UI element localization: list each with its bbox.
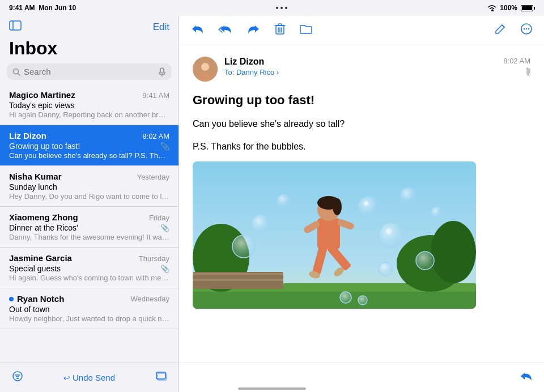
email-subject: Growing up too fast! bbox=[193, 93, 530, 108]
stack-icon[interactable] bbox=[155, 370, 167, 385]
mail-time: 8:02 AM bbox=[142, 132, 169, 140]
svg-point-41 bbox=[333, 198, 342, 215]
svg-point-26 bbox=[201, 63, 209, 71]
sidebar-footer: ↩ Undo Send bbox=[0, 363, 178, 392]
svg-rect-37 bbox=[193, 279, 283, 281]
status-center bbox=[276, 7, 287, 9]
mail-list-item[interactable]: Xiaomeng Zhong Friday Dinner at the Rico… bbox=[0, 207, 178, 248]
email-body-line-2: P.S. Thanks for the bubbles. bbox=[193, 139, 530, 154]
email-header: Liz Dizon To: Danny Rico › 8:02 AM bbox=[193, 57, 530, 82]
svg-point-48 bbox=[358, 197, 379, 217]
svg-line-3 bbox=[18, 73, 20, 75]
search-icon bbox=[12, 68, 20, 76]
svg-rect-38 bbox=[317, 218, 340, 249]
mail-subject: Out of town bbox=[9, 305, 50, 314]
mail-preview: Can you believe she's already so tall? P… bbox=[9, 151, 169, 160]
email-toolbar bbox=[179, 16, 544, 45]
email-attachment-image bbox=[193, 161, 476, 309]
status-right: 100% bbox=[487, 4, 535, 12]
email-meta-right: 8:02 AM bbox=[503, 57, 530, 76]
sidebar: Edit Inbox Magico Martinez bbox=[0, 16, 179, 392]
mail-list-item[interactable]: Magico Martinez 9:41 AM Today's epic vie… bbox=[0, 84, 178, 125]
toolbar-right-group bbox=[494, 23, 533, 38]
home-indicator bbox=[238, 387, 306, 390]
mail-list-item[interactable]: Liz Dizon 8:02 AM Growing up too fast! 📎… bbox=[0, 125, 178, 166]
email-to: To: Danny Rico › bbox=[224, 68, 496, 76]
svg-point-55 bbox=[379, 262, 392, 276]
compose-icon[interactable] bbox=[494, 23, 507, 38]
mail-list: Magico Martinez 9:41 AM Today's epic vie… bbox=[0, 84, 178, 363]
reply-all-icon[interactable] bbox=[218, 23, 233, 37]
mail-time: Yesterday bbox=[137, 173, 169, 181]
attachment-indicator-icon bbox=[524, 67, 530, 76]
attachment-icon: 📎 bbox=[160, 265, 169, 273]
search-bar[interactable] bbox=[7, 63, 172, 80]
reply-footer-icon[interactable] bbox=[519, 370, 533, 385]
svg-point-59 bbox=[364, 201, 368, 206]
email-timestamp: 8:02 AM bbox=[503, 57, 530, 65]
mail-sender: Xiaomeng Zhong bbox=[9, 212, 78, 222]
search-input[interactable] bbox=[24, 67, 155, 76]
inbox-title: Inbox bbox=[0, 36, 178, 63]
main-container: Edit Inbox Magico Martinez bbox=[0, 16, 544, 392]
mail-preview: Danny, Thanks for the awesome evening! I… bbox=[9, 233, 169, 241]
email-from: Liz Dizon bbox=[224, 57, 496, 67]
svg-rect-4 bbox=[160, 68, 164, 73]
email-panel-footer bbox=[179, 363, 544, 392]
email-panel: Liz Dizon To: Danny Rico › 8:02 AM Growi… bbox=[179, 16, 544, 392]
svg-point-53 bbox=[431, 207, 442, 218]
mail-list-item[interactable]: Nisha Kumar Yesterday Sunday lunch Hey D… bbox=[0, 166, 178, 207]
more-icon[interactable] bbox=[520, 23, 533, 38]
toolbar-left-group bbox=[190, 23, 313, 38]
sender-avatar bbox=[193, 57, 218, 82]
mail-subject: Special guests bbox=[9, 264, 61, 273]
svg-rect-36 bbox=[193, 273, 283, 275]
email-content: Liz Dizon To: Danny Rico › 8:02 AM Growi… bbox=[179, 45, 544, 363]
svg-point-52 bbox=[252, 215, 270, 233]
svg-point-24 bbox=[528, 28, 529, 29]
mail-list-item[interactable]: Ryan Notch Wednesday Out of town Howdy n… bbox=[0, 288, 178, 329]
svg-point-57 bbox=[340, 292, 351, 303]
folder-icon[interactable] bbox=[299, 23, 313, 37]
email-meta: Liz Dizon To: Danny Rico › bbox=[224, 57, 496, 76]
svg-point-49 bbox=[277, 194, 290, 208]
forward-icon[interactable] bbox=[247, 23, 261, 37]
svg-point-23 bbox=[526, 28, 527, 29]
mail-preview: Hi again. Guess who's coming to town wit… bbox=[9, 274, 169, 282]
mail-time: Friday bbox=[149, 214, 169, 222]
svg-point-50 bbox=[379, 223, 403, 248]
mail-sender: Liz Dizon bbox=[9, 131, 46, 140]
mail-subject: Dinner at the Ricos' bbox=[9, 223, 78, 232]
attachment-icon: 📎 bbox=[160, 224, 169, 232]
microphone-icon[interactable] bbox=[158, 67, 166, 76]
status-time: 9:41 AM Mon Jun 10 bbox=[9, 4, 76, 12]
mail-preview: Hi again Danny, Reporting back on anothe… bbox=[9, 110, 169, 119]
undo-send-button[interactable]: ↩ Undo Send bbox=[63, 373, 115, 382]
filter-icon[interactable] bbox=[11, 370, 24, 385]
trash-icon[interactable] bbox=[274, 23, 286, 38]
svg-point-22 bbox=[524, 28, 525, 29]
sidebar-toggle-icon[interactable] bbox=[9, 20, 22, 33]
svg-point-60 bbox=[386, 229, 392, 235]
svg-point-54 bbox=[232, 235, 255, 258]
edit-button[interactable]: Edit bbox=[153, 22, 169, 33]
mail-time: 9:41 AM bbox=[142, 91, 169, 100]
svg-point-34 bbox=[431, 221, 476, 283]
svg-point-51 bbox=[400, 188, 416, 203]
status-bar: 9:41 AM Mon Jun 10 100% bbox=[0, 0, 544, 16]
mail-sender: Magico Martinez bbox=[9, 90, 75, 100]
mail-subject: Growing up too fast! bbox=[9, 142, 80, 151]
wifi-icon bbox=[487, 5, 496, 11]
attachment-icon: 📎 bbox=[160, 142, 169, 151]
email-body-line-1: Can you believe she's already so tall? bbox=[193, 117, 530, 131]
battery-icon bbox=[521, 5, 535, 11]
mail-list-item[interactable]: Jasmine Garcia Thursday Special guests 📎… bbox=[0, 248, 178, 288]
mail-preview: Hey Danny, Do you and Rigo want to come … bbox=[9, 192, 169, 201]
reply-icon[interactable] bbox=[190, 23, 204, 37]
svg-point-56 bbox=[416, 252, 434, 270]
svg-point-58 bbox=[358, 296, 367, 305]
mail-time: Wednesday bbox=[131, 295, 169, 303]
svg-rect-0 bbox=[10, 21, 21, 30]
mail-sender: Nisha Kumar bbox=[9, 172, 62, 181]
mail-subject: Today's epic views bbox=[9, 101, 75, 110]
